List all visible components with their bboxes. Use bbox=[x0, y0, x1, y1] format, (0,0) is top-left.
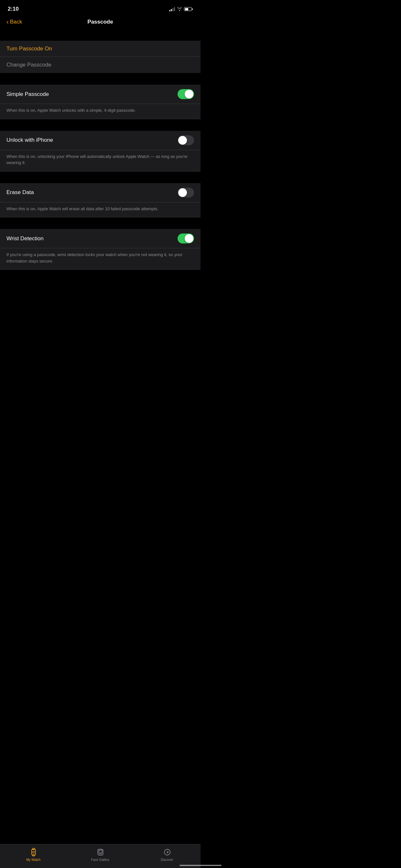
wrist-detection-toggle-knob bbox=[185, 234, 193, 243]
nav-bar: ‹ Back Passcode bbox=[0, 16, 201, 29]
unlock-iphone-row: Unlock with iPhone bbox=[0, 131, 201, 150]
unlock-iphone-description: When this is on, unlocking your iPhone w… bbox=[0, 150, 201, 172]
group-separator-1 bbox=[0, 73, 201, 85]
simple-passcode-toggle-knob bbox=[185, 90, 193, 98]
status-bar: 2:10 bbox=[0, 0, 201, 16]
status-time: 2:10 bbox=[8, 6, 19, 12]
simple-passcode-toggle[interactable] bbox=[178, 89, 194, 99]
unlock-iphone-label: Unlock with iPhone bbox=[6, 137, 53, 144]
unlock-iphone-toggle-knob bbox=[178, 136, 187, 145]
change-passcode-row[interactable]: Change Passcode bbox=[0, 57, 201, 73]
status-icons bbox=[169, 7, 193, 11]
signal-icon bbox=[169, 7, 175, 11]
content-area: Turn Passcode On Change Passcode Simple … bbox=[0, 29, 201, 299]
back-label: Back bbox=[10, 19, 22, 25]
page-title: Passcode bbox=[88, 19, 113, 25]
wrist-detection-group: Wrist Detection If you're using a passco… bbox=[0, 229, 201, 270]
simple-passcode-label: Simple Passcode bbox=[6, 91, 49, 97]
group-separator-4 bbox=[0, 217, 201, 229]
turn-passcode-on-label: Turn Passcode On bbox=[6, 45, 52, 52]
unlock-iphone-toggle[interactable] bbox=[178, 135, 194, 145]
back-button[interactable]: ‹ Back bbox=[6, 19, 22, 26]
battery-icon bbox=[184, 7, 193, 11]
change-passcode-label: Change Passcode bbox=[6, 62, 51, 68]
erase-data-label: Erase Data bbox=[6, 189, 34, 196]
erase-data-row: Erase Data bbox=[0, 183, 201, 203]
wrist-detection-description: If you're using a passcode, wrist detect… bbox=[0, 248, 201, 270]
wrist-detection-row: Wrist Detection bbox=[0, 229, 201, 248]
wrist-detection-label: Wrist Detection bbox=[6, 236, 43, 242]
erase-data-group: Erase Data When this is on, Apple Watch … bbox=[0, 183, 201, 218]
erase-data-toggle[interactable] bbox=[178, 188, 194, 197]
simple-passcode-group: Simple Passcode When this is on, Apple W… bbox=[0, 85, 201, 119]
passcode-group-1: Turn Passcode On Change Passcode bbox=[0, 41, 201, 73]
erase-data-description: When this is on, Apple Watch will erase … bbox=[0, 203, 201, 218]
back-chevron-icon: ‹ bbox=[6, 18, 9, 26]
turn-passcode-on-row[interactable]: Turn Passcode On bbox=[0, 41, 201, 57]
group-separator-3 bbox=[0, 172, 201, 183]
simple-passcode-row: Simple Passcode bbox=[0, 85, 201, 104]
unlock-iphone-group: Unlock with iPhone When this is on, unlo… bbox=[0, 131, 201, 172]
wrist-detection-toggle[interactable] bbox=[178, 234, 194, 244]
simple-passcode-description: When this is on, Apple Watch unlocks wit… bbox=[0, 104, 201, 119]
top-spacer bbox=[0, 29, 201, 41]
group-separator-2 bbox=[0, 119, 201, 131]
wifi-icon bbox=[177, 7, 182, 11]
erase-data-toggle-knob bbox=[178, 188, 187, 197]
